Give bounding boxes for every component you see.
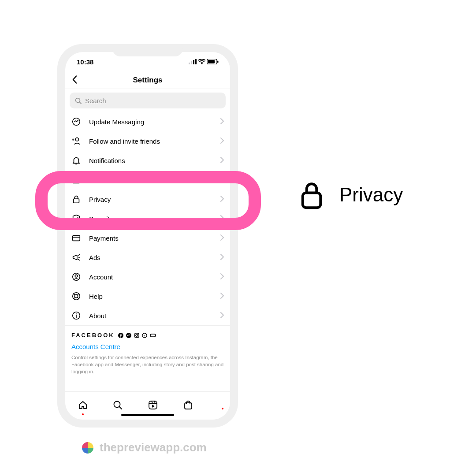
- callout-label: Privacy: [339, 184, 403, 206]
- row-update-messaging[interactable]: Update Messaging: [65, 112, 230, 131]
- row-label: Security: [89, 215, 212, 223]
- back-button[interactable]: [71, 75, 78, 85]
- svg-rect-6: [217, 61, 219, 63]
- privacy-callout: Privacy: [300, 180, 403, 210]
- svg-rect-3: [195, 59, 197, 64]
- svg-rect-1: [191, 61, 192, 64]
- svg-point-36: [138, 334, 138, 335]
- chevron-right-icon: [220, 157, 224, 163]
- row-label: Ads: [89, 254, 212, 261]
- chevron-right-icon: [220, 273, 224, 279]
- watermark-text: thepreviewapp.com: [100, 441, 207, 454]
- lock-icon: [300, 180, 324, 210]
- chevron-right-icon: [220, 254, 224, 260]
- row-label: Business: [89, 176, 212, 184]
- facebook-icon: [118, 333, 123, 338]
- row-label: Notifications: [89, 157, 212, 164]
- lock-icon: [71, 194, 81, 204]
- whatsapp-small-icon: [142, 333, 147, 338]
- status-time: 10:38: [77, 58, 93, 66]
- row-business[interactable]: Business: [65, 170, 230, 190]
- accounts-centre-section: FACEBOOK Accounts Centre Control setting…: [65, 325, 230, 379]
- megaphone-icon: [71, 253, 81, 262]
- row-label: Follow and invite friends: [89, 138, 212, 145]
- card-icon: [71, 233, 81, 243]
- cellular-icon: [189, 59, 197, 64]
- page-title: Settings: [133, 76, 162, 85]
- oculus-small-icon: [150, 333, 156, 338]
- search-icon: [112, 400, 123, 410]
- battery-icon: [207, 59, 219, 64]
- add-person-icon: [71, 136, 81, 146]
- shield-check-icon: [71, 214, 81, 223]
- svg-line-40: [119, 407, 122, 409]
- accounts-centre-description: Control settings for connected experienc…: [71, 354, 224, 375]
- svg-rect-46: [303, 193, 321, 208]
- brand-app-icons: [118, 333, 156, 338]
- watermark: thepreviewapp.com: [82, 441, 207, 454]
- preview-app-logo-icon: [82, 442, 93, 454]
- chevron-right-icon: [220, 118, 224, 124]
- svg-point-24: [74, 294, 78, 298]
- row-ads[interactable]: Ads: [65, 248, 230, 267]
- wifi-icon: [198, 59, 205, 64]
- home-icon: [78, 400, 88, 410]
- row-privacy[interactable]: Privacy: [65, 190, 230, 209]
- search-field[interactable]: [70, 93, 226, 108]
- chevron-left-icon: [71, 75, 78, 84]
- row-notifications[interactable]: Notifications: [65, 151, 230, 170]
- person-circle-icon: [71, 272, 81, 282]
- nav-header: Settings: [65, 71, 230, 89]
- svg-point-22: [75, 275, 78, 277]
- chevron-right-icon: [220, 138, 224, 144]
- phone-notch: [112, 44, 183, 56]
- svg-line-18: [78, 255, 80, 256]
- status-icons: [189, 59, 219, 64]
- row-account[interactable]: Account: [65, 267, 230, 286]
- row-label: About: [89, 312, 212, 320]
- reels-icon: [148, 400, 158, 410]
- settings-list: Update Messaging Follow and invite frien…: [65, 112, 230, 325]
- svg-point-35: [135, 334, 138, 336]
- svg-rect-45: [185, 403, 192, 409]
- row-help[interactable]: Help: [65, 286, 230, 306]
- tab-reels[interactable]: [148, 400, 158, 412]
- search-input[interactable]: [85, 97, 220, 104]
- tab-shop[interactable]: [183, 400, 193, 412]
- instagram-small-icon: [134, 333, 139, 338]
- shop-icon: [183, 400, 193, 410]
- svg-rect-38: [150, 334, 156, 337]
- row-label: Account: [89, 273, 212, 281]
- row-security[interactable]: Security: [65, 209, 230, 228]
- phone-frame: 10:38 Settings Update Mes: [57, 44, 238, 428]
- svg-rect-0: [189, 63, 190, 64]
- chevron-right-icon: [220, 312, 224, 318]
- svg-point-30: [76, 313, 77, 314]
- chevron-right-icon: [220, 196, 224, 202]
- svg-line-20: [78, 260, 80, 260]
- tab-search[interactable]: [112, 400, 123, 412]
- row-payments[interactable]: Payments: [65, 228, 230, 248]
- svg-rect-41: [149, 401, 157, 409]
- row-label: Payments: [89, 234, 212, 242]
- svg-point-10: [75, 138, 78, 141]
- svg-rect-14: [73, 178, 80, 183]
- row-about[interactable]: About: [65, 306, 230, 325]
- svg-rect-15: [74, 199, 79, 203]
- info-icon: [71, 311, 81, 320]
- accounts-centre-link[interactable]: Accounts Centre: [71, 343, 224, 350]
- chevron-right-icon: [220, 176, 224, 182]
- svg-point-37: [142, 333, 147, 338]
- svg-rect-2: [193, 60, 194, 64]
- messenger-icon: [71, 117, 81, 126]
- row-label: Help: [89, 293, 212, 300]
- phone-screen: 10:38 Settings Update Mes: [65, 52, 230, 420]
- home-indicator: [121, 414, 174, 416]
- chevron-right-icon: [220, 234, 224, 241]
- chevron-right-icon: [220, 293, 224, 299]
- bell-icon: [71, 156, 81, 165]
- search-container: [65, 89, 230, 112]
- lifebuoy-icon: [71, 291, 81, 301]
- tab-home[interactable]: [78, 400, 88, 412]
- row-follow-invite[interactable]: Follow and invite friends: [65, 131, 230, 151]
